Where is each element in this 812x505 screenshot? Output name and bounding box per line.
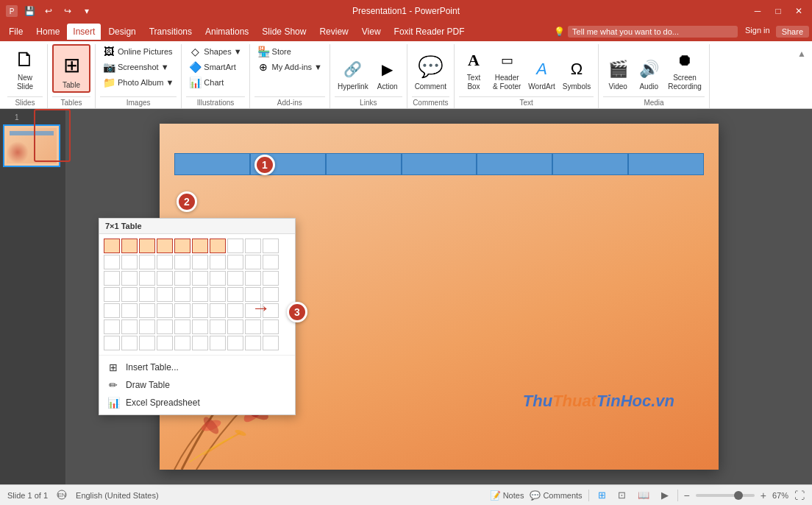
- grid-cell-2-8[interactable]: [245, 271, 261, 286]
- audio-btn[interactable]: 🔊 Audio: [634, 44, 663, 93]
- grid-cell-0-8[interactable]: [245, 239, 261, 253]
- grid-cell-2-3[interactable]: [157, 271, 173, 286]
- save-btn[interactable]: 💾: [22, 4, 37, 18]
- zoom-thumb[interactable]: [734, 491, 743, 500]
- grid-cell-0-4[interactable]: [174, 239, 190, 253]
- grid-cell-3-6[interactable]: [210, 287, 226, 302]
- grid-cell-6-5[interactable]: [192, 336, 208, 350]
- grid-cell-1-4[interactable]: [174, 255, 190, 269]
- grid-cell-5-4[interactable]: [174, 319, 190, 334]
- presentation-btn[interactable]: ▶: [658, 488, 672, 502]
- reading-view-btn[interactable]: 📖: [635, 488, 652, 502]
- grid-cell-0-3[interactable]: [157, 239, 173, 253]
- grid-cell-4-7[interactable]: [227, 303, 243, 318]
- grid-cell-5-0[interactable]: [104, 319, 120, 334]
- insert-table-action[interactable]: ⊞ Insert Table...: [99, 359, 295, 376]
- normal-view-btn[interactable]: ⊞: [595, 488, 609, 502]
- grid-cell-5-5[interactable]: [192, 319, 208, 334]
- grid-cell-4-4[interactable]: [174, 303, 190, 318]
- menu-transitions[interactable]: Transitions: [143, 24, 198, 40]
- grid-cell-6-4[interactable]: [174, 336, 190, 350]
- grid-cell-6-9[interactable]: [263, 336, 279, 350]
- header-footer-btn[interactable]: ▭ Header& Footer: [490, 44, 524, 93]
- slide-sorter-btn[interactable]: ⊡: [615, 488, 629, 502]
- ribbon-collapse-btn[interactable]: ▲: [794, 46, 809, 62]
- minimize-btn[interactable]: ─: [750, 4, 765, 18]
- grid-cell-4-6[interactable]: [210, 303, 226, 318]
- excel-spreadsheet-action[interactable]: 📊 Excel Spreadsheet: [99, 394, 295, 412]
- grid-cell-6-7[interactable]: [227, 336, 243, 350]
- zoom-out-btn[interactable]: −: [684, 490, 690, 501]
- grid-cell-0-1[interactable]: [121, 239, 138, 253]
- grid-cell-3-3[interactable]: [157, 287, 173, 302]
- menu-animations[interactable]: Animations: [199, 24, 254, 40]
- redo-btn[interactable]: ↪: [60, 4, 75, 18]
- grid-cell-5-3[interactable]: [157, 319, 173, 334]
- smartart-btn[interactable]: 🔷 SmartArt: [186, 60, 244, 74]
- grid-cell-2-6[interactable]: [210, 271, 226, 286]
- grid-cell-3-5[interactable]: [192, 287, 208, 302]
- draw-table-action[interactable]: ✏ Draw Table: [99, 376, 295, 394]
- menu-view[interactable]: View: [356, 24, 387, 40]
- grid-cell-4-2[interactable]: [139, 303, 155, 318]
- grid-cell-1-8[interactable]: [245, 255, 261, 269]
- zoom-slider[interactable]: [696, 494, 755, 497]
- grid-cell-0-5[interactable]: [192, 239, 208, 253]
- text-box-btn[interactable]: A TextBox: [459, 44, 488, 93]
- grid-cell-3-4[interactable]: [174, 287, 190, 302]
- zoom-level[interactable]: 67%: [772, 491, 788, 500]
- grid-cell-3-1[interactable]: [121, 287, 138, 302]
- grid-cell-1-7[interactable]: [227, 255, 243, 269]
- grid-cell-5-2[interactable]: [139, 319, 155, 334]
- sign-in-btn[interactable]: Sign in: [745, 26, 770, 38]
- grid-cell-1-3[interactable]: [157, 255, 173, 269]
- menu-design[interactable]: Design: [102, 24, 141, 40]
- grid-cell-1-1[interactable]: [121, 255, 138, 269]
- grid-cell-2-0[interactable]: [104, 271, 120, 286]
- close-btn[interactable]: ✕: [791, 4, 806, 18]
- grid-cell-5-8[interactable]: [245, 319, 261, 334]
- grid-cell-2-9[interactable]: [263, 271, 279, 286]
- grid-cell-5-7[interactable]: [227, 319, 243, 334]
- grid-cell-6-2[interactable]: [139, 336, 155, 350]
- menu-foxit[interactable]: Foxit Reader PDF: [388, 24, 471, 40]
- video-btn[interactable]: 🎬 Video: [603, 44, 633, 93]
- hyperlink-btn[interactable]: 🔗 Hyperlink: [335, 44, 371, 93]
- symbols-btn[interactable]: Ω Symbols: [560, 44, 594, 93]
- screenshot-btn[interactable]: 📷 Screenshot ▼: [100, 60, 177, 74]
- grid-cell-2-5[interactable]: [192, 271, 208, 286]
- grid-cell-6-6[interactable]: [210, 336, 226, 350]
- maximize-btn[interactable]: □: [771, 4, 786, 18]
- shapes-btn[interactable]: ◇ Shapes ▼: [186, 44, 244, 59]
- grid-cell-0-0[interactable]: [104, 239, 120, 253]
- grid-cell-1-0[interactable]: [104, 255, 120, 269]
- menu-slideshow[interactable]: Slide Show: [256, 24, 312, 40]
- grid-cell-0-6[interactable]: [210, 239, 226, 253]
- grid-cell-5-6[interactable]: [210, 319, 226, 334]
- menu-home[interactable]: Home: [30, 24, 65, 40]
- grid-cell-6-3[interactable]: [157, 336, 173, 350]
- grid-cell-3-7[interactable]: [227, 287, 243, 302]
- tell-me-input[interactable]: Tell me what you want to do...: [568, 26, 738, 38]
- grid-cell-4-3[interactable]: [157, 303, 173, 318]
- grid-cell-6-0[interactable]: [104, 336, 120, 350]
- comment-btn[interactable]: 💬 Comment: [412, 44, 449, 93]
- action-btn[interactable]: ▶ Action: [373, 44, 402, 93]
- grid-cell-2-7[interactable]: [227, 271, 243, 286]
- grid-cell-3-2[interactable]: [139, 287, 155, 302]
- grid-cell-4-5[interactable]: [192, 303, 208, 318]
- grid-cell-4-1[interactable]: [121, 303, 138, 318]
- undo-btn[interactable]: ↩: [41, 4, 56, 18]
- grid-cell-2-4[interactable]: [174, 271, 190, 286]
- slide-thumb-1[interactable]: [3, 124, 60, 167]
- chart-btn[interactable]: 📊 Chart: [186, 75, 244, 90]
- grid-cell-1-6[interactable]: [210, 255, 226, 269]
- comments-btn[interactable]: 💬 Comments: [530, 490, 582, 501]
- customize-btn[interactable]: ▾: [79, 4, 94, 18]
- grid-cell-0-2[interactable]: [139, 239, 155, 253]
- grid-cell-5-1[interactable]: [121, 319, 138, 334]
- wordart-btn[interactable]: A WordArt: [525, 44, 558, 93]
- menu-insert[interactable]: Insert: [67, 24, 101, 40]
- grid-cell-3-0[interactable]: [104, 287, 120, 302]
- notes-btn[interactable]: 📝 Notes: [490, 490, 524, 501]
